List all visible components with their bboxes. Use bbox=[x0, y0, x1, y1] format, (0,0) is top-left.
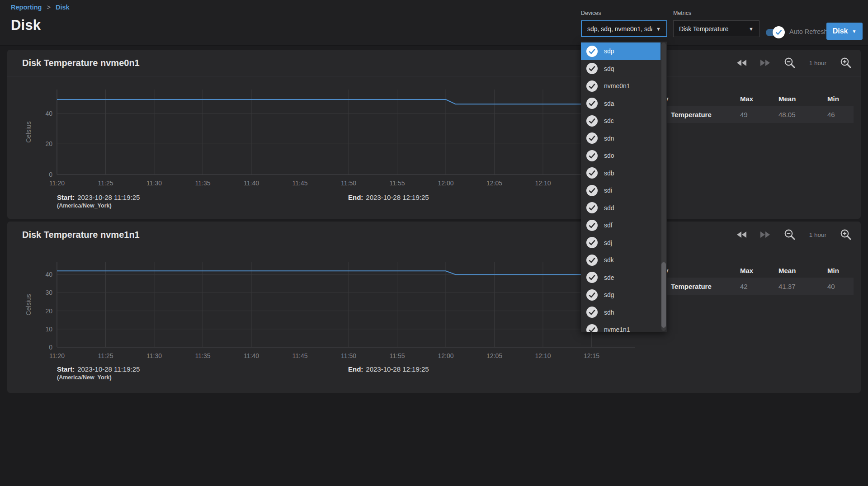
auto-refresh-toggle[interactable] bbox=[766, 29, 784, 36]
devices-dropdown-list: sdpsdqnvme0n1sdasdcsdnsdosdbsdisddsdfsdj… bbox=[581, 42, 660, 332]
legend-header-row: Key Max Mean Min bbox=[649, 91, 854, 106]
dropdown-item-nvme1n1[interactable]: nvme1n1 bbox=[581, 321, 660, 332]
x-tick-label: 12:05 bbox=[486, 179, 502, 187]
dropdown-item-label: nvme1n1 bbox=[604, 326, 630, 332]
checked-circle-icon bbox=[586, 167, 598, 179]
chart-start-time: Start:2023-10-28 11:19:25 (America/New_Y… bbox=[57, 365, 140, 381]
dropdown-item-sdd[interactable]: sdd bbox=[581, 199, 660, 217]
x-tick-label: 11:50 bbox=[341, 352, 356, 359]
checked-circle-icon bbox=[586, 115, 598, 127]
y-tick-label: 0 bbox=[49, 171, 52, 178]
legend-header-row: Key Max Mean Min bbox=[649, 263, 854, 278]
devices-dropdown-panel: sdpsdqnvme0n1sdasdcsdnsdosdbsdisddsdfsdj… bbox=[581, 42, 667, 332]
start-value: 2023-10-28 11:19:25 bbox=[77, 193, 140, 201]
step-back-icon[interactable] bbox=[737, 231, 747, 238]
start-label: Start: bbox=[57, 365, 75, 373]
breadcrumb: Reporting > Disk bbox=[11, 4, 70, 11]
y-tick-label: 0 bbox=[49, 344, 52, 351]
zoom-in-icon[interactable] bbox=[840, 57, 852, 69]
step-forward-icon[interactable] bbox=[760, 231, 770, 238]
chart-card-nvme1n1: Disk Temperature nvme1n1 1 hour 11:2011:… bbox=[7, 222, 861, 393]
start-label: Start: bbox=[57, 193, 75, 201]
temperature-line-chart: 11:2011:2511:3011:3511:4011:4511:5011:55… bbox=[18, 259, 642, 363]
legend-data-row[interactable]: Temperature 42 41.37 40 bbox=[649, 278, 854, 295]
chart-title: Disk Temperature nvme1n1 bbox=[22, 230, 140, 240]
chart-legend-table: Key Max Mean Min Temperature 42 41.37 40 bbox=[649, 263, 854, 295]
legend-max-value: 49 bbox=[740, 111, 778, 118]
dropdown-item-nvme0n1[interactable]: nvme0n1 bbox=[581, 77, 660, 95]
auto-refresh-control: Auto Refresh bbox=[766, 26, 828, 36]
zoom-in-icon[interactable] bbox=[840, 229, 852, 241]
legend-data-row[interactable]: Temperature 49 48.05 46 bbox=[649, 106, 854, 123]
legend-mean-value: 41.37 bbox=[778, 283, 827, 290]
devices-select-value: sdp, sdq, nvme0n1, sda... bbox=[587, 25, 652, 33]
metrics-control: Metrics Disk Temperature ▼ bbox=[673, 10, 760, 37]
x-tick-label: 11:55 bbox=[390, 179, 405, 187]
disk-button-label: Disk bbox=[833, 27, 848, 35]
dropdown-item-sdb[interactable]: sdb bbox=[581, 165, 660, 182]
dropdown-item-sdq[interactable]: sdq bbox=[581, 60, 660, 78]
step-forward-icon[interactable] bbox=[760, 60, 770, 66]
x-tick-label: 11:45 bbox=[292, 352, 308, 359]
y-tick-label: 20 bbox=[45, 140, 52, 147]
dropdown-scrollbar-thumb[interactable] bbox=[661, 262, 666, 328]
chevron-down-icon: ▼ bbox=[656, 26, 661, 32]
x-tick-label: 12:00 bbox=[438, 179, 453, 187]
timezone-label: (America/New_York) bbox=[57, 374, 140, 381]
y-tick-label: 40 bbox=[45, 271, 52, 278]
zoom-out-icon[interactable] bbox=[784, 57, 796, 69]
dropdown-item-label: sda bbox=[604, 100, 614, 107]
dropdown-item-sdo[interactable]: sdo bbox=[581, 147, 660, 165]
dropdown-item-sda[interactable]: sda bbox=[581, 95, 660, 113]
breadcrumb-link-reporting[interactable]: Reporting bbox=[11, 4, 42, 11]
y-tick-label: 20 bbox=[45, 307, 52, 315]
dropdown-item-sdh[interactable]: sdh bbox=[581, 304, 660, 321]
dropdown-item-sdj[interactable]: sdj bbox=[581, 234, 660, 252]
dropdown-item-sdi[interactable]: sdi bbox=[581, 182, 660, 199]
dropdown-item-label: sdp bbox=[604, 47, 614, 55]
x-tick-label: 11:25 bbox=[98, 179, 113, 187]
end-value: 2023-10-28 12:19:25 bbox=[366, 365, 429, 373]
dropdown-item-sdn[interactable]: sdn bbox=[581, 130, 660, 147]
zoom-range-label: 1 hour bbox=[809, 60, 826, 66]
x-tick-label: 12:00 bbox=[438, 352, 453, 359]
devices-control: Devices sdp, sdq, nvme0n1, sda... ▼ bbox=[581, 10, 667, 37]
y-tick-label: 40 bbox=[45, 110, 52, 117]
dropdown-item-sdg[interactable]: sdg bbox=[581, 286, 660, 304]
card-header: Disk Temperature nvme1n1 1 hour bbox=[7, 222, 861, 248]
dropdown-item-label: sdi bbox=[604, 187, 612, 194]
end-label: End: bbox=[348, 193, 363, 201]
legend-max-value: 42 bbox=[740, 283, 778, 290]
temperature-line-chart: 11:2011:2511:3011:3511:4011:4511:5011:55… bbox=[18, 86, 642, 191]
dropdown-item-sdc[interactable]: sdc bbox=[581, 112, 660, 130]
y-tick-label: 30 bbox=[45, 289, 52, 296]
y-axis-title: Celsius bbox=[25, 121, 32, 143]
disk-menu-button[interactable]: Disk ▼ bbox=[826, 23, 863, 40]
dropdown-item-sdp[interactable]: sdp bbox=[581, 42, 660, 60]
x-tick-label: 11:30 bbox=[146, 179, 162, 187]
step-back-icon[interactable] bbox=[737, 60, 747, 66]
chart-card-nvme0n1: Disk Temperature nvme0n1 1 hour 11:2011:… bbox=[7, 50, 861, 219]
devices-select[interactable]: sdp, sdq, nvme0n1, sda... ▼ bbox=[581, 20, 667, 37]
dropdown-item-sdf[interactable]: sdf bbox=[581, 217, 660, 234]
x-tick-label: 12:10 bbox=[535, 179, 551, 187]
dropdown-item-sdk[interactable]: sdk bbox=[581, 251, 660, 269]
dropdown-item-label: sdg bbox=[604, 291, 614, 298]
checked-circle-icon bbox=[586, 324, 598, 332]
metrics-select[interactable]: Disk Temperature ▼ bbox=[673, 20, 760, 37]
breadcrumb-link-disk[interactable]: Disk bbox=[56, 4, 70, 11]
chart-end-time: End:2023-10-28 12:19:25 bbox=[348, 193, 429, 201]
checked-circle-icon bbox=[586, 202, 598, 213]
x-tick-label: 11:50 bbox=[341, 179, 356, 187]
end-value: 2023-10-28 12:19:25 bbox=[366, 193, 429, 201]
page-header: Reporting > Disk Disk Devices sdp, sdq, … bbox=[0, 0, 868, 46]
x-tick-label: 11:55 bbox=[390, 352, 405, 359]
zoom-range-label: 1 hour bbox=[809, 231, 826, 238]
checked-circle-icon bbox=[586, 272, 598, 283]
x-tick-label: 12:15 bbox=[584, 352, 599, 359]
dropdown-item-label: sdq bbox=[604, 65, 614, 72]
zoom-out-icon[interactable] bbox=[784, 229, 796, 241]
dropdown-item-sde[interactable]: sde bbox=[581, 269, 660, 287]
series-line-temperature bbox=[57, 99, 635, 104]
legend-min-value: 40 bbox=[827, 283, 854, 290]
